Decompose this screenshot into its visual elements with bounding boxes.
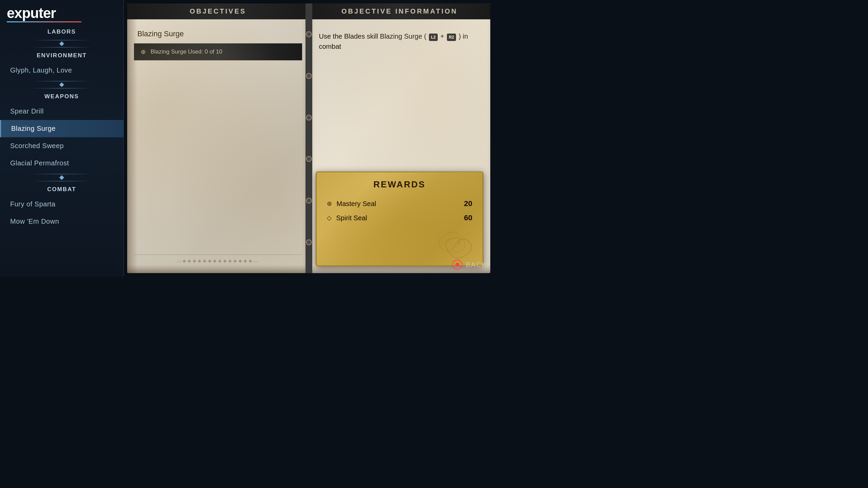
reward-rows: ⊛ Mastery Seal 20 ◇ Spirit Seal 60 — [327, 197, 473, 225]
left-page-header: OBJECTIVES — [127, 3, 309, 19]
reward-left-1: ◇ Spirit Seal — [327, 214, 367, 222]
button-r2: R2 — [447, 34, 456, 41]
nav-connector-line — [31, 181, 92, 181]
binder-ring — [309, 73, 312, 79]
logo-area: exputer — [0, 0, 123, 26]
binder-ring — [309, 156, 312, 162]
reward-amount-0: 20 — [464, 199, 472, 208]
page-worn-left — [127, 3, 137, 273]
objective-info-text: Use the Blades skill Blazing Surge ( L2 … — [319, 26, 480, 57]
reward-label-1: Spirit Seal — [336, 214, 367, 222]
sidebar-item-spear-drill[interactable]: Spear Drill — [0, 103, 123, 120]
sidebar-item-glyph--laugh--love[interactable]: Glyph, Laugh, Love — [0, 62, 123, 79]
connector-group — [0, 172, 123, 183]
nav-diamond — [59, 82, 64, 87]
binder-ring — [306, 239, 309, 245]
back-circle-icon — [452, 260, 462, 270]
binder-ring — [306, 156, 309, 162]
info-plus: + — [440, 33, 444, 40]
reward-label-0: Mastery Seal — [337, 200, 376, 208]
button-l2: L2 — [429, 34, 438, 41]
page-bottom-deco: —❖❖❖❖❖❖❖❖❖❖❖❖❖❖— — [134, 255, 302, 268]
objective-row: ⊕ Blazing Surge Used: 0 of 10 — [134, 43, 302, 60]
connector-group — [0, 79, 123, 90]
binder-ring — [309, 31, 312, 37]
back-circle-inner — [455, 263, 459, 267]
sidebar-item-mow-'em-down[interactable]: Mow 'Em Down — [0, 213, 123, 230]
binder-ring — [306, 115, 309, 121]
section-header-labors: LABORS — [0, 26, 123, 38]
back-button[interactable]: BACK — [452, 260, 487, 270]
logo-underline — [7, 21, 81, 22]
binder-ring — [306, 31, 309, 37]
right-page-header: OBJECTIVE INFORMATION — [309, 3, 491, 19]
nav-connector-line — [31, 40, 92, 40]
nav-diamond — [59, 175, 64, 180]
sidebar: exputer LABORS ENVIRONMENTGlyph, Laugh, … — [0, 0, 124, 277]
sidebar-item-fury-of-sparta[interactable]: Fury of Sparta — [0, 196, 123, 213]
connector-group — [0, 38, 123, 49]
objective-row-text: Blazing Surge Used: 0 of 10 — [151, 48, 222, 55]
main-content: OBJECTIVES Blazing Surge ⊕ Blazing Surge… — [124, 0, 494, 277]
sidebar-item-blazing-surge[interactable]: Blazing Surge — [0, 120, 123, 137]
book-page-left: OBJECTIVES Blazing Surge ⊕ Blazing Surge… — [127, 3, 309, 273]
rewards-decoration — [435, 228, 476, 262]
reward-row-0: ⊛ Mastery Seal 20 — [327, 197, 473, 211]
binder-ring — [306, 73, 309, 79]
binder-strip-left — [305, 3, 309, 273]
info-text-part1: Use the Blades skill Blazing Surge ( — [319, 33, 427, 40]
book-page-right: OBJECTIVE INFORMATION Use the Blades ski… — [309, 3, 491, 273]
objective-row-icon: ⊕ — [141, 48, 146, 56]
rewards-title: REWARDS — [327, 179, 473, 190]
reward-row-1: ◇ Spirit Seal 60 — [327, 211, 473, 225]
nav-diamond — [59, 41, 64, 46]
reward-icon-0: ⊛ — [327, 200, 332, 207]
binder-ring — [309, 115, 312, 121]
sidebar-item-glacial-permafrost[interactable]: Glacial Permafrost — [0, 155, 123, 172]
nav-connector-line — [31, 88, 92, 88]
sidebar-nav: LABORS ENVIRONMENTGlyph, Laugh, Love WEA… — [0, 26, 123, 230]
section-header-environment: ENVIRONMENT — [0, 49, 123, 62]
nav-connector-line — [31, 174, 92, 174]
binder-strip-right — [309, 3, 312, 273]
back-label: BACK — [466, 261, 487, 269]
sidebar-item-scorched-sweep[interactable]: Scorched Sweep — [0, 137, 123, 155]
nav-connector-line — [31, 47, 92, 47]
reward-left-0: ⊛ Mastery Seal — [327, 200, 376, 208]
binder-ring — [309, 198, 312, 204]
section-header-combat: COMBAT — [0, 183, 123, 196]
logo: exputer — [7, 6, 117, 20]
binder-ring — [309, 239, 312, 245]
nav-connector-line — [31, 81, 92, 81]
objective-title: Blazing Surge — [137, 26, 299, 43]
binder-ring — [306, 198, 309, 204]
section-header-weapons: WEAPONS — [0, 90, 123, 103]
reward-icon-1: ◇ — [327, 214, 332, 222]
rewards-box: REWARDS ⊛ Mastery Seal 20 ◇ Spirit Seal … — [316, 171, 484, 266]
reward-amount-1: 60 — [464, 214, 472, 222]
book-spread: OBJECTIVES Blazing Surge ⊕ Blazing Surge… — [124, 0, 494, 277]
